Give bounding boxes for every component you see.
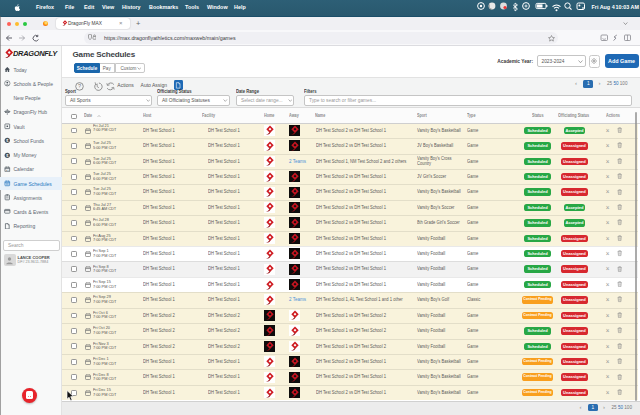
svg-text:?: ? [78,83,81,89]
svg-text:Fri Aug 4: Fri Aug 4 [592,4,615,10]
svg-text:10:03 AM: 10:03 AM [616,4,640,10]
